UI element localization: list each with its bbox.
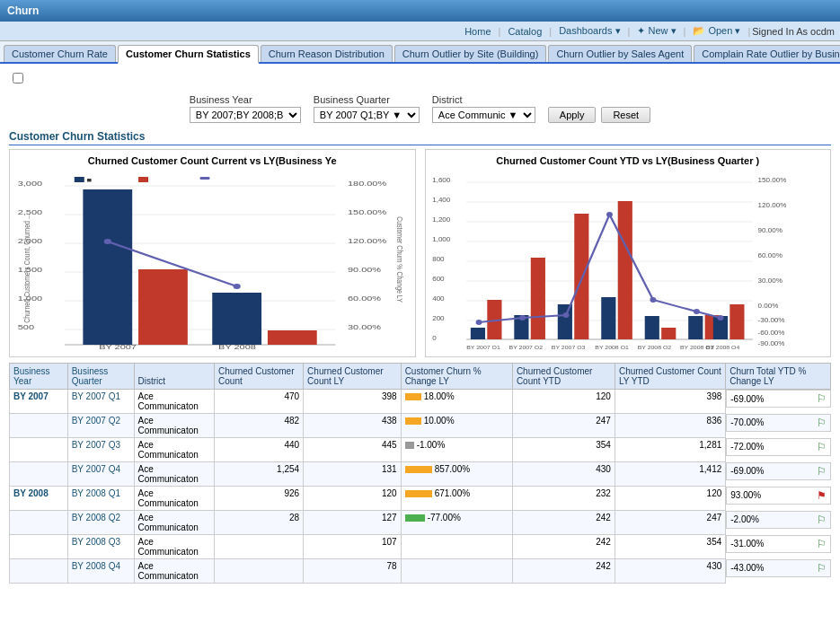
svg-text:150.00%: 150.00% (757, 177, 786, 184)
svg-text:0.00%: 0.00% (757, 303, 778, 310)
chart1-container: Churned Customer Count Current vs LY(Bus… (9, 149, 416, 357)
tab-churn-stats[interactable]: Customer Churn Statistics (118, 45, 259, 64)
tab-churn-site[interactable]: Churn Outlier by Site (Building) (394, 45, 547, 62)
svg-text:600: 600 (432, 276, 444, 283)
cell-churned-ytd: 430 (512, 462, 615, 487)
cell-churn-total-ytd-pct: -31.00%⚐ (726, 535, 830, 553)
cell-district: Ace Communicaton (134, 511, 215, 535)
svg-rect-31 (138, 177, 148, 182)
nav-dashboards[interactable]: Dashboards ▾ (559, 25, 620, 37)
total-ytd-pct-value: -72.00% (730, 442, 764, 452)
cell-churned-count-ly: 131 (304, 462, 402, 487)
nav-home[interactable]: Home (464, 26, 491, 37)
col-header-district: District (134, 364, 215, 390)
svg-text:30.00%: 30.00% (348, 322, 382, 330)
nav-catalog[interactable]: Catalog (508, 26, 542, 37)
flag-green-icon: ⚐ (817, 514, 827, 526)
checkbox-area (9, 69, 831, 89)
chart2-title: Churned Customer Count YTD vs LY(Busines… (431, 155, 826, 166)
svg-text:60.00%: 60.00% (348, 294, 382, 302)
pct-value: -77.00% (428, 513, 461, 522)
svg-rect-67 (617, 201, 632, 339)
cell-churn-pct-change: 10.00% (401, 414, 512, 438)
chart2-svg: 1,600 1,400 1,200 1,000 800 600 400 200 … (431, 170, 826, 349)
nav-open[interactable]: 📂 Open ▾ (693, 25, 740, 37)
cell-year: BY 2008 (10, 487, 68, 511)
business-year-select[interactable]: BY 2007;BY 2008;B (190, 107, 301, 123)
cell-quarter: BY 2007 Q2 (67, 414, 134, 438)
svg-text:-90.00%: -90.00% (757, 340, 784, 347)
total-ytd-pct-value: -70.00% (730, 417, 764, 427)
svg-text:30.00%: 30.00% (757, 277, 783, 285)
svg-text:3,000: 3,000 (18, 179, 42, 187)
filter-business-year: Business Year BY 2007;BY 2008;B (190, 94, 301, 123)
pct-value: 10.00% (424, 416, 455, 426)
toggle-checkbox[interactable] (13, 73, 23, 83)
cell-churn-total-ytd-pct: -2.00%⚐ (726, 511, 830, 529)
cell-year (10, 511, 68, 535)
district-select[interactable]: Ace Communic ▼ (432, 107, 535, 123)
cell-churned-ly-ytd: 430 (615, 559, 725, 584)
cell-churned-ytd: 242 (512, 535, 615, 559)
cell-district: Ace Communicaton (134, 438, 215, 462)
cell-churned-count: 470 (215, 390, 304, 414)
apply-button[interactable]: Apply (548, 107, 597, 123)
reset-button[interactable]: Reset (601, 107, 650, 123)
col-header-churn-count: Churned Customer Count (215, 364, 304, 390)
flag-green-icon: ⚐ (817, 392, 827, 405)
cell-churned-ly-ytd: 247 (615, 511, 725, 535)
tabs-container: Customer Churn Rate Customer Churn Stati… (0, 41, 840, 64)
col-header-churn-ytd: Churned Customer Count YTD (512, 364, 615, 390)
svg-point-75 (519, 315, 526, 320)
cell-churn-total-ytd-pct: -72.00%⚐ (726, 438, 830, 456)
tab-churn-agent[interactable]: Churn Outlier by Sales Agent (548, 45, 692, 62)
svg-text:120.00%: 120.00% (348, 236, 387, 244)
cell-district: Ace Communicaton (134, 559, 215, 584)
cell-churned-ly-ytd: 836 (615, 414, 725, 438)
cell-churned-count: 482 (215, 414, 304, 438)
cell-churned-count (215, 559, 304, 584)
data-table: Business Year Business Quarter District … (9, 363, 831, 584)
cell-district: Ace Communicaton (134, 414, 215, 438)
col-header-quarter: Business Quarter (67, 364, 134, 390)
svg-text:200: 200 (432, 315, 444, 322)
nav-new[interactable]: ✦ New ▾ (637, 25, 676, 37)
col-header-churn-count-ly: Churned Customer Count LY (304, 364, 402, 390)
total-ytd-pct-value: -2.00% (730, 514, 759, 524)
flag-green-icon: ⚐ (817, 441, 827, 453)
svg-rect-22 (268, 330, 317, 345)
svg-text:BY 2007 Q1: BY 2007 Q1 (466, 344, 500, 349)
cell-churned-ytd: 242 (512, 559, 615, 584)
cell-churned-count-ly: 127 (304, 511, 402, 535)
svg-point-78 (650, 297, 656, 303)
total-ytd-pct-value: -69.00% (730, 466, 764, 476)
svg-text:-60.00%: -60.00% (757, 329, 784, 337)
charts-area: Churned Customer Count Current vs LY(Bus… (9, 149, 831, 357)
mini-bar-indicator (405, 393, 421, 400)
cell-churn-total-ytd-pct: -69.00%⚐ (726, 390, 830, 408)
title-bar-label: Churn (7, 4, 39, 17)
svg-text:BY 2008: BY 2008 (218, 342, 256, 349)
tab-churn-reason[interactable]: Churn Reason Distribution (261, 45, 393, 62)
svg-text:BY 2008 Q1: BY 2008 Q1 (595, 344, 629, 349)
svg-rect-64 (557, 304, 571, 339)
section-title: Customer Churn Statistics (9, 127, 831, 145)
business-quarter-select[interactable]: BY 2007 Q1;BY ▼ (314, 107, 420, 123)
svg-text:BY 2007 Q2: BY 2007 Q2 (508, 344, 543, 349)
total-ytd-pct-value: -31.00% (730, 539, 764, 549)
svg-text:BY 2007 Q3: BY 2007 Q3 (551, 344, 585, 349)
cell-churned-count: 28 (215, 511, 304, 535)
table-row: BY 2008BY 2008 Q1Ace Communicaton9261206… (10, 487, 831, 511)
cell-quarter: BY 2008 Q4 (67, 559, 134, 584)
cell-quarter: BY 2008 Q2 (67, 511, 134, 535)
tab-churn-rate[interactable]: Customer Churn Rate (4, 45, 116, 62)
svg-text:400: 400 (432, 295, 444, 303)
svg-rect-65 (574, 214, 588, 339)
cell-churned-ly-ytd: 1,281 (615, 438, 725, 462)
svg-text:-30.00%: -30.00% (757, 317, 784, 324)
svg-rect-60 (470, 328, 484, 339)
flag-green-icon: ⚐ (817, 465, 827, 478)
tab-complain[interactable]: Complain Rate Outlier by Business » (694, 45, 840, 62)
toolbar-buttons: Apply Reset (548, 107, 650, 123)
svg-rect-70 (688, 316, 703, 339)
